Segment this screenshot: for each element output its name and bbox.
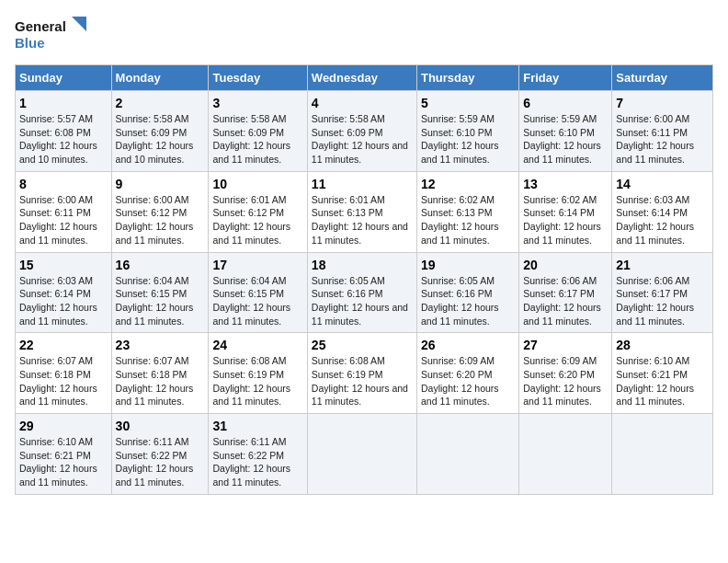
weekday-header-cell: Friday bbox=[519, 65, 612, 91]
day-number: 21 bbox=[616, 258, 709, 272]
calendar-day-cell: 5 Sunrise: 5:59 AMSunset: 6:10 PMDayligh… bbox=[416, 91, 518, 172]
calendar-day-cell: 15 Sunrise: 6:03 AMSunset: 6:14 PMDaylig… bbox=[16, 252, 112, 333]
day-info: Sunrise: 5:59 AMSunset: 6:10 PMDaylight:… bbox=[523, 113, 601, 165]
day-info: Sunrise: 5:58 AMSunset: 6:09 PMDaylight:… bbox=[312, 113, 408, 165]
day-info: Sunrise: 6:07 AMSunset: 6:18 PMDaylight:… bbox=[116, 355, 194, 407]
calendar-day-cell: 1 Sunrise: 5:57 AMSunset: 6:08 PMDayligh… bbox=[16, 91, 112, 172]
day-number: 30 bbox=[116, 419, 205, 433]
day-info: Sunrise: 6:01 AMSunset: 6:13 PMDaylight:… bbox=[312, 194, 408, 246]
calendar-day-cell: 14 Sunrise: 6:03 AMSunset: 6:14 PMDaylig… bbox=[612, 171, 713, 252]
calendar-week-row: 29 Sunrise: 6:10 AMSunset: 6:21 PMDaylig… bbox=[16, 414, 713, 495]
day-number: 29 bbox=[19, 419, 108, 433]
calendar-day-cell: 19 Sunrise: 6:05 AMSunset: 6:16 PMDaylig… bbox=[416, 252, 518, 333]
calendar-day-cell: 16 Sunrise: 6:04 AMSunset: 6:15 PMDaylig… bbox=[111, 252, 209, 333]
day-info: Sunrise: 6:08 AMSunset: 6:19 PMDaylight:… bbox=[312, 355, 408, 407]
day-info: Sunrise: 6:07 AMSunset: 6:18 PMDaylight:… bbox=[19, 355, 97, 407]
calendar-day-cell bbox=[612, 414, 713, 495]
day-number: 11 bbox=[312, 177, 413, 191]
calendar-day-cell: 2 Sunrise: 5:58 AMSunset: 6:09 PMDayligh… bbox=[111, 91, 209, 172]
day-number: 20 bbox=[523, 258, 608, 272]
day-info: Sunrise: 6:06 AMSunset: 6:17 PMDaylight:… bbox=[523, 275, 601, 327]
day-number: 4 bbox=[312, 96, 413, 110]
calendar-day-cell: 8 Sunrise: 6:00 AMSunset: 6:11 PMDayligh… bbox=[16, 171, 112, 252]
calendar-day-cell: 30 Sunrise: 6:11 AMSunset: 6:22 PMDaylig… bbox=[111, 414, 209, 495]
calendar-day-cell: 4 Sunrise: 5:58 AMSunset: 6:09 PMDayligh… bbox=[307, 91, 416, 172]
day-number: 23 bbox=[116, 338, 205, 352]
day-number: 12 bbox=[421, 177, 515, 191]
calendar-day-cell: 25 Sunrise: 6:08 AMSunset: 6:19 PMDaylig… bbox=[307, 333, 416, 414]
calendar-day-cell: 21 Sunrise: 6:06 AMSunset: 6:17 PMDaylig… bbox=[612, 252, 713, 333]
calendar-day-cell: 29 Sunrise: 6:10 AMSunset: 6:21 PMDaylig… bbox=[16, 414, 112, 495]
day-number: 18 bbox=[312, 258, 413, 272]
day-number: 13 bbox=[523, 177, 608, 191]
day-info: Sunrise: 6:05 AMSunset: 6:16 PMDaylight:… bbox=[312, 275, 408, 327]
day-number: 26 bbox=[421, 338, 515, 352]
calendar-day-cell bbox=[307, 414, 416, 495]
day-number: 24 bbox=[212, 338, 302, 352]
calendar-week-row: 15 Sunrise: 6:03 AMSunset: 6:14 PMDaylig… bbox=[16, 252, 713, 333]
weekday-header-cell: Saturday bbox=[612, 65, 713, 91]
weekday-header-cell: Wednesday bbox=[307, 65, 416, 91]
day-info: Sunrise: 6:11 AMSunset: 6:22 PMDaylight:… bbox=[212, 436, 290, 488]
day-info: Sunrise: 6:01 AMSunset: 6:12 PMDaylight:… bbox=[212, 194, 290, 246]
calendar-day-cell: 12 Sunrise: 6:02 AMSunset: 6:13 PMDaylig… bbox=[416, 171, 518, 252]
svg-marker-2 bbox=[72, 17, 86, 31]
calendar-day-cell: 6 Sunrise: 5:59 AMSunset: 6:10 PMDayligh… bbox=[519, 91, 612, 172]
day-number: 22 bbox=[19, 338, 108, 352]
weekday-header-cell: Sunday bbox=[16, 65, 112, 91]
day-info: Sunrise: 5:58 AMSunset: 6:09 PMDaylight:… bbox=[212, 113, 290, 165]
day-info: Sunrise: 6:06 AMSunset: 6:17 PMDaylight:… bbox=[616, 275, 694, 327]
day-info: Sunrise: 5:57 AMSunset: 6:08 PMDaylight:… bbox=[19, 113, 97, 165]
day-info: Sunrise: 6:10 AMSunset: 6:21 PMDaylight:… bbox=[19, 436, 97, 488]
logo-svg: General Blue bbox=[15, 15, 88, 55]
calendar-day-cell: 7 Sunrise: 6:00 AMSunset: 6:11 PMDayligh… bbox=[612, 91, 713, 172]
day-info: Sunrise: 5:58 AMSunset: 6:09 PMDaylight:… bbox=[116, 113, 194, 165]
day-info: Sunrise: 6:00 AMSunset: 6:11 PMDaylight:… bbox=[19, 194, 97, 246]
day-number: 19 bbox=[421, 258, 515, 272]
calendar-day-cell: 11 Sunrise: 6:01 AMSunset: 6:13 PMDaylig… bbox=[307, 171, 416, 252]
day-number: 6 bbox=[523, 96, 608, 110]
day-info: Sunrise: 6:09 AMSunset: 6:20 PMDaylight:… bbox=[421, 355, 499, 407]
calendar-day-cell bbox=[519, 414, 612, 495]
calendar-table: SundayMondayTuesdayWednesdayThursdayFrid… bbox=[15, 64, 713, 495]
day-number: 25 bbox=[312, 338, 413, 352]
calendar-week-row: 1 Sunrise: 5:57 AMSunset: 6:08 PMDayligh… bbox=[16, 91, 713, 172]
day-number: 14 bbox=[616, 177, 709, 191]
calendar-day-cell: 22 Sunrise: 6:07 AMSunset: 6:18 PMDaylig… bbox=[16, 333, 112, 414]
calendar-day-cell: 20 Sunrise: 6:06 AMSunset: 6:17 PMDaylig… bbox=[519, 252, 612, 333]
weekday-header-cell: Tuesday bbox=[209, 65, 307, 91]
calendar-day-cell: 28 Sunrise: 6:10 AMSunset: 6:21 PMDaylig… bbox=[612, 333, 713, 414]
day-info: Sunrise: 6:11 AMSunset: 6:22 PMDaylight:… bbox=[116, 436, 194, 488]
day-number: 2 bbox=[116, 96, 205, 110]
day-info: Sunrise: 6:03 AMSunset: 6:14 PMDaylight:… bbox=[616, 194, 694, 246]
day-info: Sunrise: 5:59 AMSunset: 6:10 PMDaylight:… bbox=[421, 113, 499, 165]
day-number: 10 bbox=[212, 177, 302, 191]
calendar-day-cell bbox=[416, 414, 518, 495]
day-number: 1 bbox=[19, 96, 108, 110]
calendar-day-cell: 13 Sunrise: 6:02 AMSunset: 6:14 PMDaylig… bbox=[519, 171, 612, 252]
calendar-day-cell: 23 Sunrise: 6:07 AMSunset: 6:18 PMDaylig… bbox=[111, 333, 209, 414]
calendar-day-cell: 31 Sunrise: 6:11 AMSunset: 6:22 PMDaylig… bbox=[209, 414, 307, 495]
calendar-day-cell: 27 Sunrise: 6:09 AMSunset: 6:20 PMDaylig… bbox=[519, 333, 612, 414]
svg-text:Blue: Blue bbox=[15, 35, 45, 51]
day-number: 27 bbox=[523, 338, 608, 352]
day-number: 15 bbox=[19, 258, 108, 272]
weekday-header-row: SundayMondayTuesdayWednesdayThursdayFrid… bbox=[16, 65, 713, 91]
day-number: 5 bbox=[421, 96, 515, 110]
calendar-week-row: 22 Sunrise: 6:07 AMSunset: 6:18 PMDaylig… bbox=[16, 333, 713, 414]
calendar-day-cell: 3 Sunrise: 5:58 AMSunset: 6:09 PMDayligh… bbox=[209, 91, 307, 172]
weekday-header-cell: Monday bbox=[111, 65, 209, 91]
calendar-body: 1 Sunrise: 5:57 AMSunset: 6:08 PMDayligh… bbox=[16, 91, 713, 495]
day-info: Sunrise: 6:10 AMSunset: 6:21 PMDaylight:… bbox=[616, 355, 694, 407]
day-number: 9 bbox=[116, 177, 205, 191]
calendar-day-cell: 26 Sunrise: 6:09 AMSunset: 6:20 PMDaylig… bbox=[416, 333, 518, 414]
logo: General Blue bbox=[15, 15, 88, 55]
calendar-day-cell: 24 Sunrise: 6:08 AMSunset: 6:19 PMDaylig… bbox=[209, 333, 307, 414]
day-number: 31 bbox=[212, 419, 302, 433]
header: General Blue bbox=[15, 15, 713, 55]
day-info: Sunrise: 6:02 AMSunset: 6:14 PMDaylight:… bbox=[523, 194, 601, 246]
day-number: 16 bbox=[116, 258, 205, 272]
day-info: Sunrise: 6:08 AMSunset: 6:19 PMDaylight:… bbox=[212, 355, 290, 407]
calendar-day-cell: 18 Sunrise: 6:05 AMSunset: 6:16 PMDaylig… bbox=[307, 252, 416, 333]
day-info: Sunrise: 6:05 AMSunset: 6:16 PMDaylight:… bbox=[421, 275, 499, 327]
